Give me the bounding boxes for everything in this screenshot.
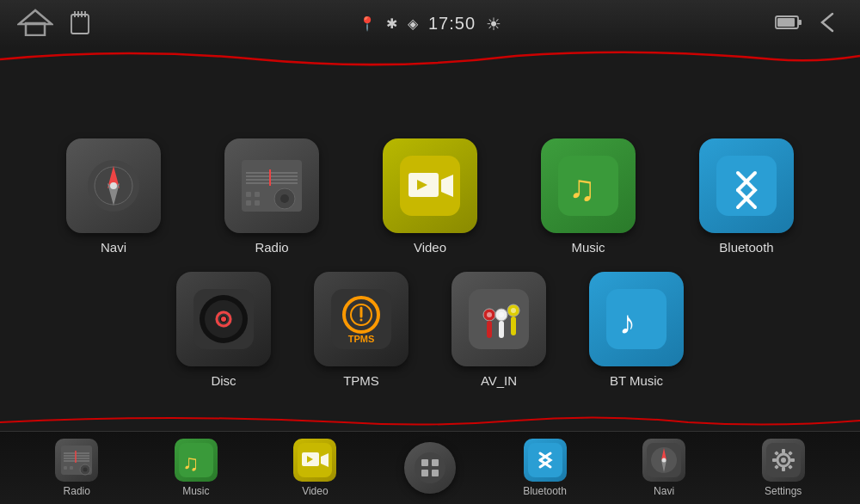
taskbar-navi-label: Navi	[654, 485, 674, 497]
main-content: Navi	[0, 71, 860, 455]
svg-rect-78	[421, 470, 428, 476]
svg-rect-25	[246, 200, 251, 206]
tpms-icon: TPMS	[314, 272, 408, 366]
status-bar: 📍 ✱ ◈ 17:50 ☀	[0, 0, 860, 47]
svg-point-22	[280, 194, 289, 203]
svg-rect-33	[716, 156, 777, 216]
disc-label: Disc	[211, 373, 236, 388]
svg-point-66	[83, 468, 88, 472]
taskbar-bluetooth[interactable]: Bluetooth	[515, 439, 575, 497]
disc-icon	[176, 272, 271, 366]
radio-icon	[224, 138, 319, 233]
bluetooth-label: Bluetooth	[719, 240, 773, 255]
taskbar-settings-label: Settings	[765, 485, 802, 497]
svg-rect-89	[782, 449, 785, 453]
sd-card-icon	[71, 10, 89, 38]
svg-point-88	[781, 458, 786, 463]
taskbar-video[interactable]: Video	[285, 439, 345, 497]
taskbar-navi[interactable]: Navi	[634, 439, 694, 497]
svg-rect-2	[71, 15, 89, 34]
app-row-1: Navi	[34, 138, 826, 255]
svg-point-75	[415, 452, 445, 483]
app-bluetooth[interactable]: Bluetooth	[686, 138, 807, 255]
avin-label: AV_IN	[481, 373, 517, 388]
svg-point-56	[511, 308, 516, 313]
radio-label: Radio	[255, 240, 288, 255]
app-disc[interactable]: Disc	[155, 272, 292, 388]
svg-rect-57	[606, 289, 666, 349]
btmusic-icon: ♪	[589, 272, 684, 366]
svg-point-50	[487, 312, 492, 317]
bluetooth-icon	[699, 138, 794, 233]
svg-rect-79	[432, 470, 439, 476]
svg-point-40	[221, 317, 226, 322]
svg-rect-26	[255, 200, 260, 206]
app-navi[interactable]: Navi	[53, 138, 174, 255]
navi-label: Navi	[101, 240, 126, 255]
taskbar-music-label: Music	[182, 485, 209, 497]
taskbar-music[interactable]: ♫ Music	[166, 439, 226, 497]
app-row-2: Disc TPMS TPMS	[34, 272, 826, 388]
app-tpms[interactable]: TPMS TPMS	[292, 272, 430, 388]
svg-point-53	[499, 312, 504, 317]
svg-point-85	[662, 458, 666, 463]
wave-decoration	[0, 47, 860, 71]
svg-point-14	[110, 182, 117, 189]
brightness-icon[interactable]: ☀	[486, 14, 501, 34]
taskbar-video-label: Video	[302, 485, 328, 497]
status-left	[17, 9, 89, 40]
svg-marker-0	[19, 10, 52, 24]
app-music[interactable]: ♫ Music	[528, 138, 648, 255]
avin-icon	[452, 272, 546, 366]
svg-text:♫: ♫	[182, 450, 200, 476]
navi-icon	[66, 138, 161, 233]
svg-rect-8	[798, 20, 802, 25]
svg-rect-76	[421, 459, 428, 466]
app-video[interactable]: Video	[370, 138, 490, 255]
music-label: Music	[571, 240, 605, 255]
video-label: Video	[414, 240, 446, 255]
svg-rect-80	[528, 443, 562, 477]
btmusic-label: BT Music	[610, 373, 663, 388]
svg-rect-68	[70, 466, 73, 470]
svg-rect-9	[777, 18, 795, 27]
taskbar-settings[interactable]: Settings	[753, 439, 814, 497]
home-icon[interactable]	[17, 9, 53, 40]
signal-icon: ◈	[408, 15, 418, 32]
svg-rect-49	[487, 321, 492, 338]
svg-rect-90	[782, 467, 785, 471]
status-right	[775, 10, 843, 38]
svg-rect-52	[499, 321, 504, 338]
svg-point-45	[360, 319, 363, 322]
battery-icon	[775, 15, 802, 34]
app-btmusic[interactable]: ♪ BT Music	[568, 272, 705, 388]
svg-text:♫: ♫	[568, 168, 596, 208]
location-icon: 📍	[359, 15, 376, 32]
svg-rect-67	[64, 466, 67, 470]
svg-rect-92	[790, 458, 795, 462]
taskbar-bluetooth-label: Bluetooth	[523, 485, 567, 497]
taskbar-home-button[interactable]	[404, 442, 456, 494]
svg-text:♪: ♪	[619, 304, 636, 341]
taskbar-radio[interactable]: Radio	[46, 439, 107, 497]
app-avin[interactable]: AV_IN	[430, 272, 568, 388]
video-icon	[383, 138, 477, 233]
taskbar: Radio ♫ Music Video	[0, 431, 860, 504]
app-radio[interactable]: Radio	[212, 138, 332, 255]
taskbar-radio-label: Radio	[64, 485, 90, 497]
time-display: 17:50	[428, 14, 476, 34]
svg-rect-91	[772, 458, 777, 462]
back-icon[interactable]	[815, 10, 843, 38]
svg-rect-24	[255, 192, 260, 197]
music-icon: ♫	[541, 138, 636, 233]
tpms-label: TPMS	[343, 373, 379, 388]
svg-rect-23	[246, 192, 251, 197]
svg-rect-77	[432, 459, 439, 466]
svg-rect-55	[511, 317, 516, 335]
svg-text:TPMS: TPMS	[348, 334, 375, 344]
bluetooth-status-icon: ✱	[386, 15, 397, 32]
status-center: 📍 ✱ ◈ 17:50 ☀	[359, 14, 501, 34]
